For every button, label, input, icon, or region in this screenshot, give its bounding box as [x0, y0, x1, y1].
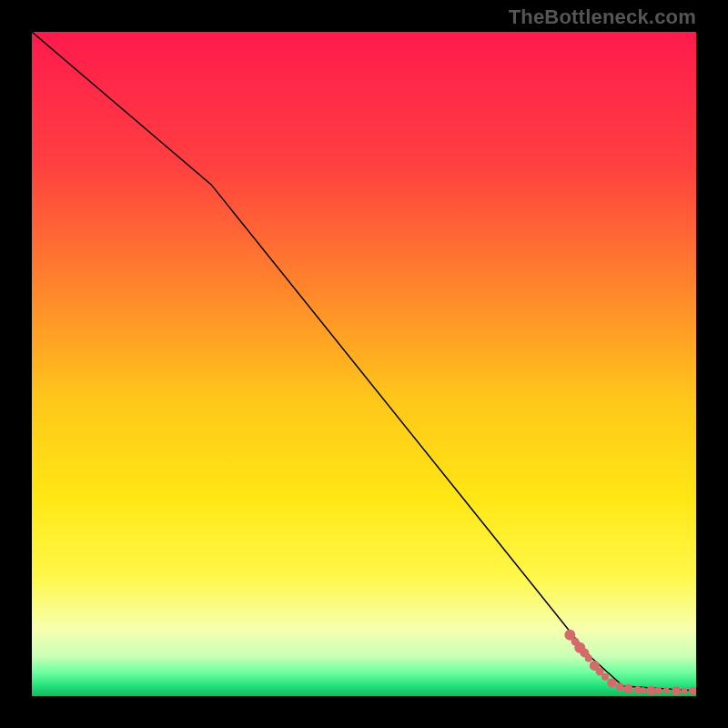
- data-marker: [663, 687, 670, 693]
- data-marker: [607, 678, 616, 687]
- data-marker: [640, 687, 646, 693]
- gradient-background: [32, 32, 696, 696]
- data-marker: [585, 654, 592, 662]
- data-marker: [681, 688, 687, 694]
- chart-svg: [32, 32, 696, 696]
- data-marker: [602, 673, 609, 681]
- data-marker: [646, 686, 655, 695]
- data-marker: [672, 686, 681, 695]
- data-marker: [624, 684, 633, 693]
- data-marker: [616, 682, 624, 691]
- data-marker: [654, 687, 662, 694]
- plot-area: [32, 32, 696, 696]
- chart-frame: TheBottleneck.com: [0, 0, 728, 728]
- watermark-text: TheBottleneck.com: [509, 5, 696, 29]
